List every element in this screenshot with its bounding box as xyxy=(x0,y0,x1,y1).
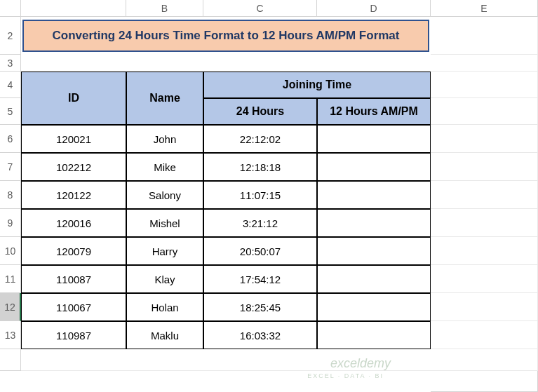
cell-id[interactable]: 110987 xyxy=(21,321,126,349)
cell-24h[interactable]: 11:07:15 xyxy=(203,181,317,209)
cell-12h[interactable] xyxy=(317,209,431,237)
row-header-2[interactable]: 2 xyxy=(0,17,21,55)
cell-blank[interactable] xyxy=(431,153,538,181)
header-24hours[interactable]: 24 Hours xyxy=(203,98,317,125)
cell-id[interactable]: 120122 xyxy=(21,181,126,209)
cell-12h[interactable] xyxy=(317,237,431,265)
cell-id[interactable]: 102212 xyxy=(21,153,126,181)
spreadsheet-grid: B C D E 2 Converting 24 Hours Time Forma… xyxy=(0,0,538,392)
cell-name[interactable]: Mishel xyxy=(126,209,203,237)
cell-id[interactable]: 120016 xyxy=(21,209,126,237)
row-header-3[interactable]: 3 xyxy=(0,55,21,72)
cell-blank[interactable] xyxy=(431,293,538,321)
cell-12h[interactable] xyxy=(317,265,431,293)
cell-24h[interactable]: 20:50:07 xyxy=(203,237,317,265)
cell-blank[interactable] xyxy=(21,55,538,72)
row-header-7[interactable]: 7 xyxy=(0,153,21,181)
cell-12h[interactable] xyxy=(317,153,431,181)
row-header-6[interactable]: 6 xyxy=(0,125,21,153)
row-header-11[interactable]: 11 xyxy=(0,265,21,293)
row-header-12[interactable]: 12 xyxy=(0,293,21,321)
cell-blank[interactable] xyxy=(21,349,538,371)
cell-24h[interactable]: 17:54:12 xyxy=(203,265,317,293)
cell-blank[interactable] xyxy=(431,125,538,153)
header-id[interactable]: ID xyxy=(21,72,126,125)
cell-24h[interactable]: 22:12:02 xyxy=(203,125,317,153)
header-joining[interactable]: Joining Time xyxy=(203,72,431,98)
col-header-D[interactable]: D xyxy=(317,0,431,17)
cell-blank[interactable] xyxy=(431,181,538,209)
row-header-8[interactable]: 8 xyxy=(0,181,21,209)
cell-id[interactable]: 110067 xyxy=(21,293,126,321)
row-header-5[interactable]: 5 xyxy=(0,98,21,125)
cell-name[interactable]: Salony xyxy=(126,181,203,209)
cell-blank[interactable] xyxy=(431,98,538,125)
cell-24h[interactable]: 16:03:32 xyxy=(203,321,317,349)
row-header-14[interactable] xyxy=(0,349,21,371)
cell-id[interactable]: 120079 xyxy=(21,237,126,265)
cell-blank[interactable] xyxy=(431,265,538,293)
cell-blank[interactable] xyxy=(431,72,538,98)
cell-name[interactable]: Maklu xyxy=(126,321,203,349)
col-header-B[interactable]: B xyxy=(126,0,203,17)
col-header-E[interactable]: E xyxy=(431,0,538,17)
cell-id[interactable]: 110087 xyxy=(21,265,126,293)
col-header-extra[interactable] xyxy=(431,371,538,393)
row-header-4[interactable]: 4 xyxy=(0,72,21,98)
cell-12h[interactable] xyxy=(317,125,431,153)
cell-12h[interactable] xyxy=(317,181,431,209)
col-header-C[interactable]: C xyxy=(203,0,317,17)
cell-blank[interactable] xyxy=(431,237,538,265)
cell-24h[interactable]: 12:18:18 xyxy=(203,153,317,181)
header-name[interactable]: Name xyxy=(126,72,203,125)
cell-blank[interactable] xyxy=(431,209,538,237)
cell-name[interactable]: Mike xyxy=(126,153,203,181)
cell-12h[interactable] xyxy=(317,293,431,321)
corner-cell[interactable] xyxy=(21,0,126,17)
cell-12h[interactable] xyxy=(317,321,431,349)
cell-name[interactable]: Klay xyxy=(126,265,203,293)
cell-name[interactable]: Holan xyxy=(126,293,203,321)
row-header-9[interactable]: 9 xyxy=(0,209,21,237)
cell-blank[interactable] xyxy=(431,321,538,349)
cell-blank[interactable] xyxy=(431,17,538,55)
cell-24h[interactable]: 3:21:12 xyxy=(203,209,317,237)
header-12hours[interactable]: 12 Hours AM/PM xyxy=(317,98,431,125)
cell-name[interactable]: John xyxy=(126,125,203,153)
row-header-13[interactable]: 13 xyxy=(0,321,21,349)
col-header-A-area[interactable] xyxy=(0,0,21,17)
cell-name[interactable]: Harry xyxy=(126,237,203,265)
row-header-10[interactable]: 10 xyxy=(0,237,21,265)
title-cell[interactable]: Converting 24 Hours Time Format to 12 Ho… xyxy=(22,20,429,52)
cell-id[interactable]: 120021 xyxy=(21,125,126,153)
cell-24h[interactable]: 18:25:45 xyxy=(203,293,317,321)
